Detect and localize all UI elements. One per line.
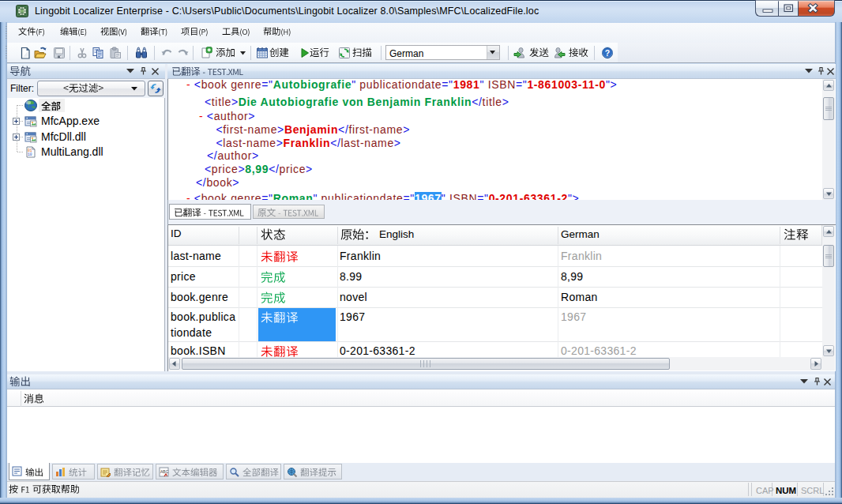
svg-text:?: ? — [605, 48, 610, 58]
svg-text:ABC: ABC — [160, 469, 169, 474]
svg-text:10: 10 — [28, 152, 32, 156]
